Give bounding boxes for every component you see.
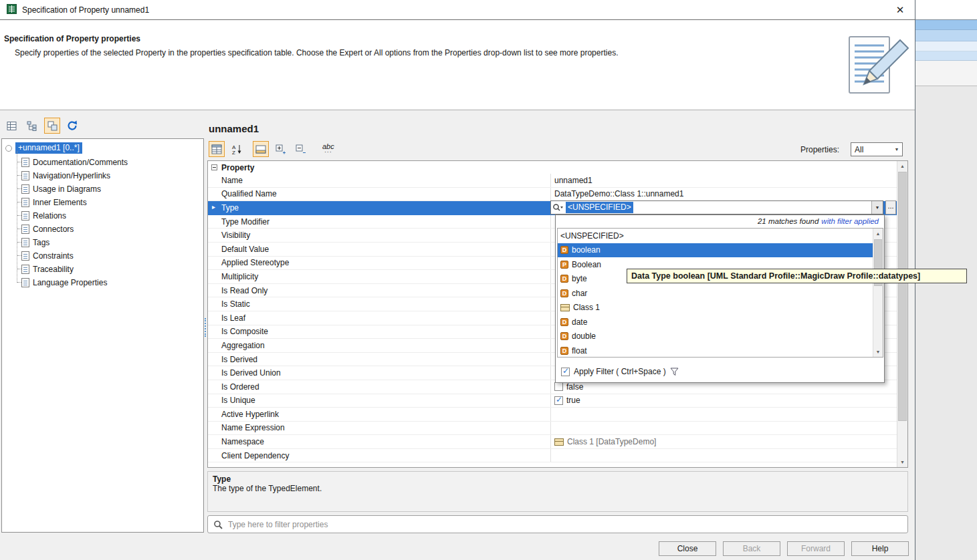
property-value-cell[interactable] (550, 449, 897, 462)
property-value: unnamed1 (554, 176, 592, 185)
document-pencil-icon (836, 35, 909, 108)
type-option[interactable]: double (558, 329, 873, 344)
property-value-cell[interactable]: DataTypeDemo::Class 1::unnamed1 (550, 188, 897, 201)
property-value-cell[interactable] (550, 422, 897, 435)
property-value: true (566, 396, 580, 405)
value-checkbox[interactable] (554, 382, 563, 391)
property-label: Is Unique (221, 396, 255, 405)
table-scrollbar[interactable]: ▲ ▼ (897, 161, 907, 467)
table-view-button[interactable] (4, 118, 20, 134)
group-label: Property (221, 163, 254, 172)
sort-alphabetically-button[interactable]: AZ (229, 141, 245, 157)
type-option[interactable]: date (558, 315, 873, 329)
background-row (915, 30, 977, 41)
type-option[interactable]: <UNSPECIFIED> (558, 229, 873, 243)
value-checkbox[interactable] (554, 396, 563, 405)
properties-mode-dropdown[interactable]: All ▼ (851, 142, 903, 156)
dropdown-scrollbar[interactable]: ▲ ▼ (873, 229, 883, 357)
background-row (915, 86, 977, 560)
apply-filter-checkbox[interactable] (561, 368, 570, 376)
property-value-cell[interactable]: Class 1 [DataTypeDemo] (550, 435, 897, 448)
property-group-header[interactable]: Property (208, 161, 907, 174)
footer-button[interactable]: Help (851, 541, 909, 556)
type-option[interactable]: char (558, 286, 873, 301)
property-label-cell: ▸ Is Ordered (208, 380, 550, 394)
filter-properties-input[interactable] (228, 520, 902, 529)
property-label: Applied Stereotype (221, 258, 289, 267)
document-icon (21, 211, 29, 221)
overlapping-squares-icon (47, 121, 58, 131)
property-row[interactable]: ▸ Name unnamed1 (208, 174, 897, 188)
close-icon[interactable]: ✕ (892, 4, 908, 16)
property-node-icon (5, 145, 12, 152)
spelling-abc-icon[interactable]: abc··· (322, 144, 334, 154)
document-icon (21, 198, 29, 207)
property-label-cell: ▸ Namespace (208, 435, 550, 448)
document-icon (21, 238, 29, 247)
property-label: Is Read Only (221, 286, 267, 295)
with-filter-applied-link[interactable]: with filter applied (821, 217, 879, 225)
type-option[interactable]: Class 1 (558, 301, 873, 315)
scroll-up-icon[interactable]: ▲ (873, 229, 883, 239)
type-option-label: <UNSPECIFIED> (560, 231, 624, 241)
tree-item[interactable]: Tags (2, 236, 203, 249)
usages-toggle-button[interactable] (44, 118, 60, 134)
type-option[interactable]: float (558, 343, 873, 358)
refresh-button[interactable] (64, 118, 80, 134)
type-option-label: float (572, 346, 587, 356)
tree-item[interactable]: Traceability (2, 263, 203, 276)
property-label-cell: ▸ Name Expression (208, 422, 550, 435)
scrollbar-thumb[interactable] (898, 172, 907, 421)
property-label-cell: ▸ Multiplicity (208, 270, 550, 283)
scroll-down-icon[interactable]: ▼ (873, 347, 883, 357)
property-row[interactable]: ▸ Active Hyperlink (208, 408, 897, 422)
scroll-up-icon[interactable]: ▲ (897, 161, 907, 171)
tree-item[interactable]: Constraints (2, 249, 203, 263)
scroll-down-icon[interactable]: ▼ (897, 457, 907, 467)
property-label-cell: ▸ Type Modifier (208, 215, 550, 229)
tree-item[interactable]: Documentation/Comments (2, 156, 203, 169)
panel-splitter-handle[interactable] (205, 318, 206, 337)
type-option[interactable]: boolean (558, 243, 873, 258)
type-search-field[interactable]: <UNSPECIFIED> ▼ (550, 200, 883, 215)
tree-item-label: Tags (33, 238, 49, 247)
search-combo-icon (552, 203, 564, 212)
property-value-cell[interactable]: unnamed1 (550, 174, 897, 187)
property-row[interactable]: ▸ Qualified Name DataTypeDemo::Class 1::… (208, 188, 897, 202)
datatype-icon (560, 318, 568, 326)
tree-item[interactable]: Connectors (2, 223, 203, 236)
property-label-cell: ▸ Name (208, 174, 550, 187)
property-row[interactable]: ▸ Is Unique true (208, 394, 897, 408)
collapse-nodes-button[interactable] (293, 141, 309, 157)
datatype-icon (560, 275, 568, 283)
collapse-group-icon[interactable] (211, 164, 217, 170)
tree-item[interactable]: Usage in Diagrams (2, 182, 203, 196)
footer-button[interactable]: Close (659, 541, 716, 556)
property-label: Namespace (221, 437, 264, 446)
tree-item[interactable]: Relations (2, 209, 203, 223)
property-value-cell[interactable]: true (550, 394, 897, 408)
footer-button[interactable]: Forward (787, 541, 845, 556)
tree-item[interactable]: Language Properties (2, 276, 203, 289)
dialog-icon (7, 4, 17, 16)
show-description-button[interactable] (253, 141, 269, 157)
document-icon (21, 171, 29, 180)
dialog-titlebar[interactable]: Specification of Property unnamed1 ✕ (0, 0, 915, 20)
property-row[interactable]: ▸ Client Dependency (208, 449, 897, 463)
class-icon (554, 438, 564, 446)
property-label: Qualified Name (221, 189, 277, 198)
property-row[interactable]: ▸ Namespace Class 1 [DataTypeDemo] (208, 435, 897, 449)
footer-button[interactable]: Back (723, 541, 780, 556)
chevron-down-icon: ▼ (891, 147, 902, 152)
tree-view-button[interactable] (24, 118, 40, 134)
type-browse-button[interactable]: ... (885, 200, 896, 215)
tree-item[interactable]: Navigation/Hyperlinks (2, 169, 203, 182)
property-label: Visibility (221, 231, 250, 240)
tree-item[interactable]: Inner Elements (2, 196, 203, 209)
combo-dropdown-button[interactable]: ▼ (871, 201, 883, 214)
expand-nodes-button[interactable] (273, 141, 289, 157)
categorized-view-button[interactable] (209, 141, 225, 157)
property-row[interactable]: ▸ Name Expression (208, 422, 897, 436)
properties-label: Properties: (800, 145, 839, 154)
property-value-cell[interactable] (550, 408, 897, 421)
